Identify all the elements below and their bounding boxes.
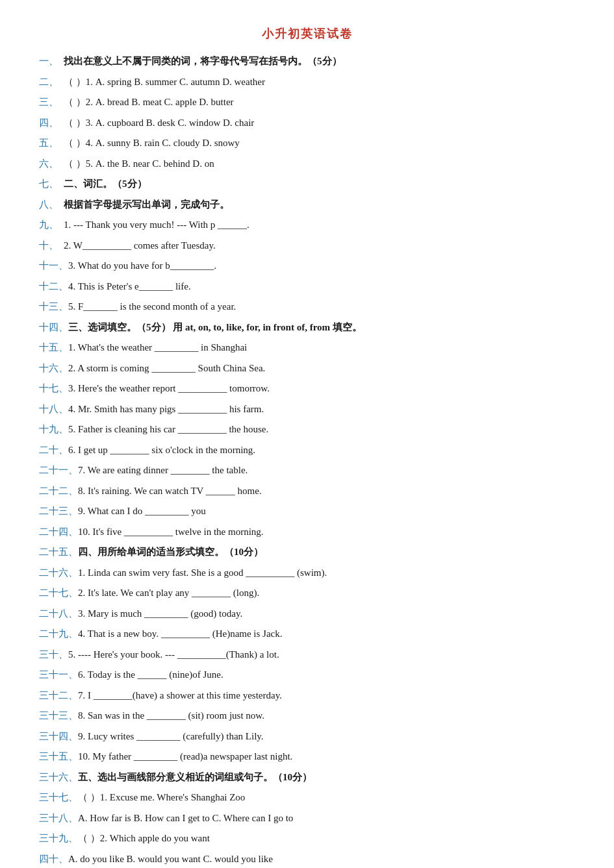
item-number: 二十、 bbox=[39, 442, 68, 459]
list-item: 七、二、词汇。（5分） bbox=[39, 176, 575, 193]
list-item: 一、找出在意义上不属于同类的词，将字母代号写在括号内。（5分） bbox=[39, 53, 575, 70]
list-item: 二十一、7. We are eating dinner ________ the… bbox=[39, 462, 575, 479]
item-content: 找出在意义上不属于同类的词，将字母代号写在括号内。（5分） bbox=[64, 53, 575, 70]
list-item: 二十九、4. That is a new boy. __________ (He… bbox=[39, 626, 575, 643]
item-content: A. How far is B. How can I get to C. Whe… bbox=[78, 810, 575, 827]
item-number: 三、 bbox=[39, 94, 64, 111]
item-number: 三十五、 bbox=[39, 749, 78, 765]
list-item: 三十四、9. Lucy writes _________ (carefully)… bbox=[39, 728, 575, 745]
list-item: 三十九、（ ）2. Which apple do you want bbox=[39, 830, 575, 847]
item-number: 二十二、 bbox=[39, 483, 78, 500]
list-item: 十三、5. F_______ is the second month of a … bbox=[39, 299, 575, 316]
list-item: 三十一、6. Today is the ______ (nine)of June… bbox=[39, 667, 575, 684]
item-number: 八、 bbox=[39, 197, 64, 214]
item-number: 二十三、 bbox=[39, 503, 78, 520]
item-number: 二十八、 bbox=[39, 606, 78, 623]
item-number: 十三、 bbox=[39, 299, 68, 316]
list-item: 十八、4. Mr. Smith has many pigs __________… bbox=[39, 401, 575, 418]
item-content: 三、选词填空。（5分） 用 at, on, to, like, for, in … bbox=[68, 319, 575, 336]
item-number: 四十、 bbox=[39, 851, 68, 868]
list-item: 十五、1. What's the weather _________ in Sh… bbox=[39, 340, 575, 356]
list-item: 三十六、五、选出与画线部分意义相近的词组或句子。（10分） bbox=[39, 769, 575, 786]
item-content: （ ）2. A. bread B. meat C. apple D. butte… bbox=[64, 94, 575, 111]
list-item: 二、（ ）1. A. spring B. summer C. autumn D.… bbox=[39, 74, 575, 91]
item-content: 5. Father is cleaning his car __________… bbox=[68, 421, 575, 438]
list-item: 九、1. --- Thank you very much! --- With p… bbox=[39, 217, 575, 234]
item-content: 7. We are eating dinner ________ the tab… bbox=[78, 462, 575, 479]
item-content: 6. Today is the ______ (nine)of June. bbox=[78, 667, 575, 684]
item-number: 十九、 bbox=[39, 421, 68, 438]
list-item: 二十三、9. What can I do _________ you bbox=[39, 503, 575, 520]
item-content: 2. A storm is coming _________ South Chi… bbox=[68, 360, 575, 377]
item-content: 4. This is Peter's e_______ life. bbox=[68, 279, 575, 295]
list-item: 二十五、四、用所给单词的适当形式填空。（10分） bbox=[39, 544, 575, 561]
list-item: 三十八、A. How far is B. How can I get to C.… bbox=[39, 810, 575, 827]
item-number: 二十一、 bbox=[39, 462, 78, 479]
list-item: 三十五、10. My father _________ (read)a news… bbox=[39, 749, 575, 765]
item-number: 一、 bbox=[39, 53, 64, 70]
item-content: 6. I get up ________ six o'clock in the … bbox=[68, 442, 575, 459]
item-number: 三十四、 bbox=[39, 728, 78, 745]
item-content: （ ）2. Which apple do you want bbox=[78, 830, 575, 847]
list-item: 二十、6. I get up ________ six o'clock in t… bbox=[39, 442, 575, 459]
page-title: 小升初英语试卷 bbox=[39, 26, 575, 42]
item-number: 二十七、 bbox=[39, 585, 78, 602]
list-item: 二十二、8. It's raining. We can watch TV ___… bbox=[39, 483, 575, 500]
item-content: 1. --- Thank you very much! --- With p _… bbox=[64, 217, 575, 234]
item-content: 3. Mary is much _________ (good) today. bbox=[78, 606, 575, 623]
item-content: 根据首字母提示写出单词，完成句子。 bbox=[64, 197, 575, 214]
item-content: 1. What's the weather _________ in Shang… bbox=[68, 340, 575, 356]
item-number: 三十七、 bbox=[39, 789, 78, 806]
item-number: 六、 bbox=[39, 156, 64, 173]
item-number: 三十、 bbox=[39, 647, 68, 663]
item-number: 十、 bbox=[39, 238, 64, 254]
item-content: 9. What can I do _________ you bbox=[78, 503, 575, 520]
item-number: 九、 bbox=[39, 217, 64, 234]
item-number: 十一、 bbox=[39, 258, 68, 275]
list-item: 三十二、7. I ________(have) a shower at this… bbox=[39, 688, 575, 704]
item-content: （ ）3. A. cupboard B. desk C. window D. c… bbox=[64, 115, 575, 132]
item-content: A. do you like B. would you want C. woul… bbox=[68, 851, 575, 868]
list-item: 十六、2. A storm is coming _________ South … bbox=[39, 360, 575, 377]
item-number: 三十二、 bbox=[39, 688, 78, 704]
item-number: 十五、 bbox=[39, 340, 68, 356]
list-item: 十一、3. What do you have for b_________. bbox=[39, 258, 575, 275]
item-number: 三十八、 bbox=[39, 810, 78, 827]
item-content: 5. F_______ is the second month of a yea… bbox=[68, 299, 575, 316]
list-item: 十二、4. This is Peter's e_______ life. bbox=[39, 279, 575, 295]
item-content: 8. It's raining. We can watch TV ______ … bbox=[78, 483, 575, 500]
list-item: 十七、3. Here's the weather report ________… bbox=[39, 380, 575, 397]
item-content: 8. San was in the ________ (sit) room ju… bbox=[78, 708, 575, 725]
item-number: 十四、 bbox=[39, 319, 68, 336]
list-item: 二十六、1. Linda can swim very fast. She is … bbox=[39, 565, 575, 582]
item-content: （ ）4. A. sunny B. rain C. cloudy D. snow… bbox=[64, 135, 575, 152]
item-content: 二、词汇。（5分） bbox=[64, 176, 575, 193]
item-content: 3. What do you have for b_________. bbox=[68, 258, 575, 275]
item-number: 三十九、 bbox=[39, 830, 78, 847]
item-content: 2. W__________ comes after Tuesday. bbox=[64, 238, 575, 254]
list-item: 三十、5. ---- Here's your book. --- _______… bbox=[39, 647, 575, 663]
list-item: 八、根据首字母提示写出单词，完成句子。 bbox=[39, 197, 575, 214]
item-number: 七、 bbox=[39, 176, 64, 193]
item-content: 5. ---- Here's your book. --- __________… bbox=[68, 647, 575, 663]
item-content: （ ）1. Excuse me. Where's Shanghai Zoo bbox=[78, 789, 575, 806]
item-number: 十二、 bbox=[39, 279, 68, 295]
item-content: （ ）1. A. spring B. summer C. autumn D. w… bbox=[64, 74, 575, 91]
list-item: 二十七、2. It's late. We can't play any ____… bbox=[39, 585, 575, 602]
item-number: 十八、 bbox=[39, 401, 68, 418]
item-number: 二、 bbox=[39, 74, 64, 91]
item-number: 十七、 bbox=[39, 380, 68, 397]
list-item: 六、（ ）5. A. the B. near C. behind D. on bbox=[39, 156, 575, 173]
list-item: 五、（ ）4. A. sunny B. rain C. cloudy D. sn… bbox=[39, 135, 575, 152]
item-content: 9. Lucy writes _________ (carefully) tha… bbox=[78, 728, 575, 745]
item-number: 三十三、 bbox=[39, 708, 78, 725]
item-content: 1. Linda can swim very fast. She is a go… bbox=[78, 565, 575, 582]
item-content: 4. That is a new boy. __________ (He)nam… bbox=[78, 626, 575, 643]
item-number: 三十一、 bbox=[39, 667, 78, 684]
list-item: 二十四、10. It's five __________ twelve in t… bbox=[39, 524, 575, 541]
item-number: 四、 bbox=[39, 115, 64, 132]
item-number: 五、 bbox=[39, 135, 64, 152]
item-content: 3. Here's the weather report __________ … bbox=[68, 380, 575, 397]
list-item: 四十、A. do you like B. would you want C. w… bbox=[39, 851, 575, 868]
item-number: 二十六、 bbox=[39, 565, 78, 582]
